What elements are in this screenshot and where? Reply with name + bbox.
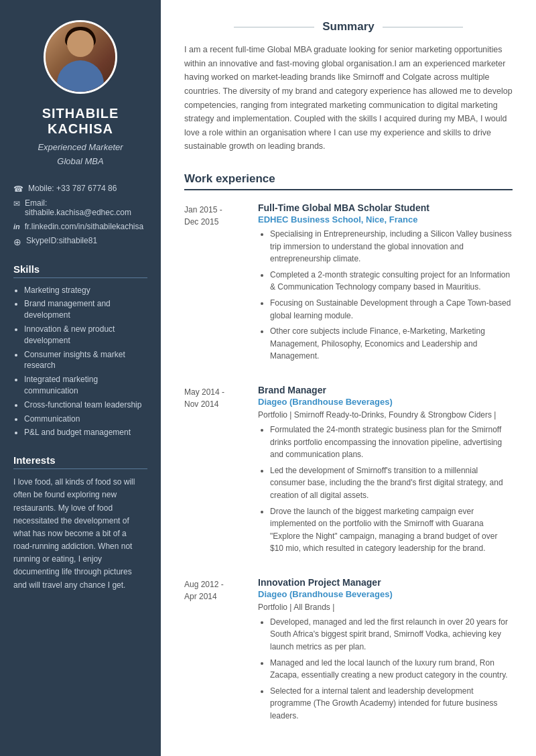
skill-item: P&L and budget management — [24, 427, 147, 438]
job-title-2: Brand Manager — [258, 385, 513, 395]
bullet: Led the development of Smirnoff's transi… — [270, 464, 513, 502]
bullet: Drove the launch of the biggest marketin… — [270, 505, 513, 555]
job-date-2: May 2014 -Nov 2014 — [184, 385, 245, 558]
skill-item: Consumer insights & market research — [24, 349, 147, 372]
job-company-2: Diageo (Brandhouse Beverages) — [258, 397, 513, 407]
job-entry-3: Aug 2012 -Apr 2014 Innovation Project Ma… — [184, 577, 513, 726]
job-date-3: Aug 2012 -Apr 2014 — [184, 577, 245, 726]
main-content: Summary I am a recent full-time Global M… — [161, 0, 536, 756]
summary-heading: Summary — [184, 20, 513, 34]
contact-email: ✉ Email: sithabile.kachisa@edhec.com — [13, 198, 147, 217]
bullet: Specialising in Entrepreneurship, includ… — [270, 228, 513, 265]
avatar-body — [57, 60, 104, 94]
job-entry-1: Jan 2015 -Dec 2015 Full-Time Global MBA … — [184, 202, 513, 366]
sidebar: SITHABILE KACHISA Experienced Marketer G… — [0, 0, 161, 756]
full-name: SITHABILE KACHISA — [13, 106, 147, 137]
skill-item: Innovation & new product development — [24, 324, 147, 346]
contact-linkedin[interactable]: in fr.linkedin.com/in/sithabilekachisa — [13, 222, 147, 231]
work-heading: Work experience — [184, 172, 513, 190]
interests-text: I love food, all kinds of food so will o… — [13, 476, 147, 592]
job-entry-2: May 2014 -Nov 2014 Brand Manager Diageo … — [184, 385, 513, 558]
skill-item: Brand management and development — [24, 298, 147, 321]
avatar-image — [46, 20, 115, 94]
contact-list: ☎ Mobile: +33 787 6774 86 ✉ Email: sitha… — [13, 184, 147, 247]
summary-section: Summary I am a recent full-time Global M… — [184, 20, 513, 153]
bullet: Managed and led the local launch of the … — [270, 657, 513, 682]
job-content-1: Full-Time Global MBA Scholar Student EDH… — [258, 202, 513, 366]
skill-item: Cross-functional team leadership — [24, 399, 147, 411]
skills-list: Marketing strategy Brand management and … — [13, 285, 147, 439]
phone-text: Mobile: +33 787 6774 86 — [28, 184, 117, 193]
job-portfolio-3: Portfolio | All Brands | — [258, 603, 513, 612]
email-icon: ✉ — [13, 199, 20, 208]
bullet: Selected for a internal talent and leade… — [270, 685, 513, 722]
job-bullets-2: Formulated the 24-month strategic busine… — [258, 424, 513, 555]
job-bullets-1: Specialising in Entrepreneurship, includ… — [258, 228, 513, 363]
job-bullets-3: Developed, managed and led the first rel… — [258, 616, 513, 722]
job-content-2: Brand Manager Diageo (Brandhouse Beverag… — [258, 385, 513, 558]
job-date-1: Jan 2015 -Dec 2015 — [184, 202, 245, 366]
work-section: Work experience Jan 2015 -Dec 2015 Full-… — [184, 172, 513, 756]
skype-text: SkypeID:sithabile81 — [26, 236, 97, 245]
skills-heading: Skills — [13, 263, 147, 278]
job-company-1: EDHEC Business School, Nice, France — [258, 214, 513, 225]
job-content-3: Innovation Project Manager Diageo (Brand… — [258, 577, 513, 726]
linkedin-icon: in — [13, 223, 20, 231]
job-title-3: Innovation Project Manager — [258, 577, 513, 588]
job-portfolio-2: Portfolio | Smirnoff Ready-to-Drinks, Fo… — [258, 410, 513, 420]
bullet: Completed a 2-month strategic consulting… — [270, 269, 513, 294]
phone-icon: ☎ — [13, 184, 23, 194]
contact-phone: ☎ Mobile: +33 787 6774 86 — [13, 184, 147, 194]
skill-item: Marketing strategy — [24, 285, 147, 296]
skill-item: Integrated marketing communication — [24, 374, 147, 397]
bullet: Other core subjects include Finance, e-M… — [270, 325, 513, 363]
avatar-container — [13, 20, 147, 94]
skill-item: Communication — [24, 414, 147, 425]
job-company-3: Diageo (Brandhouse Beverages) — [258, 589, 513, 599]
email-text: Email: sithabile.kachisa@edhec.com — [25, 198, 147, 217]
bullet: Developed, managed and led the first rel… — [270, 616, 513, 653]
title-line2: Global MBA — [57, 156, 103, 166]
avatar — [44, 20, 117, 94]
job-title-subtitle: Experienced Marketer Global MBA — [13, 141, 147, 169]
interests-heading: Interests — [13, 454, 147, 469]
contact-skype: ⊕ SkypeID:sithabile81 — [13, 236, 147, 247]
skype-icon: ⊕ — [13, 237, 21, 247]
linkedin-text: fr.linkedin.com/in/sithabilekachisa — [25, 222, 143, 231]
summary-body: I am a recent full-time Global MBA gradu… — [184, 43, 513, 153]
avatar-face — [67, 30, 94, 57]
spacer — [184, 745, 513, 756]
job-title-1: Full-Time Global MBA Scholar Student — [258, 202, 513, 213]
bullet: Focusing on Sustainable Development thro… — [270, 297, 513, 322]
bullet: Formulated the 24-month strategic busine… — [270, 424, 513, 461]
title-line1: Experienced Marketer — [38, 142, 123, 152]
